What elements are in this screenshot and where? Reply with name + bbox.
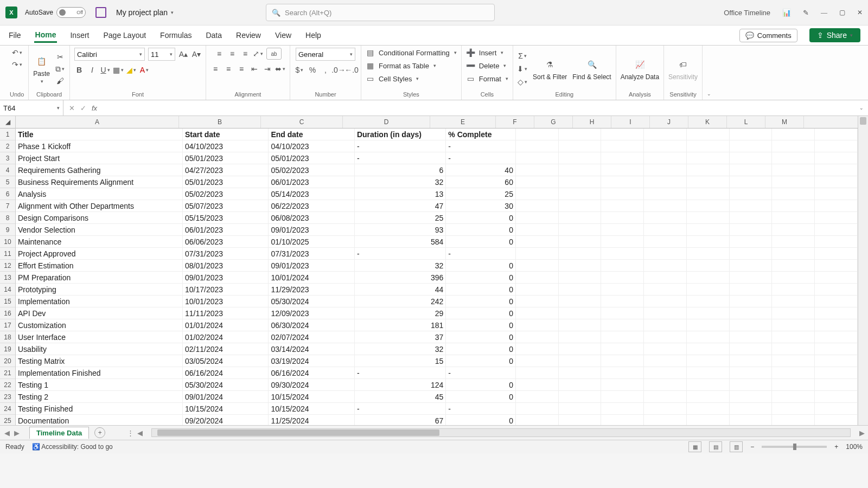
- cell[interactable]: 07/31/2023: [183, 248, 269, 259]
- cell[interactable]: -: [446, 152, 516, 164]
- cell[interactable]: 01/01/2024: [183, 319, 269, 331]
- cell[interactable]: [601, 236, 644, 247]
- cell[interactable]: [601, 212, 644, 223]
- cell[interactable]: 584: [355, 236, 446, 247]
- table-row[interactable]: Design Comparisons05/15/202306/08/202325…: [16, 212, 858, 224]
- cell[interactable]: [559, 260, 602, 271]
- cell[interactable]: Vendor Selection: [16, 224, 183, 235]
- cell[interactable]: 03/14/2024: [269, 343, 354, 355]
- cell[interactable]: [559, 129, 602, 140]
- table-row[interactable]: Business Requirements Alignment05/01/202…: [16, 176, 858, 188]
- tab-home[interactable]: Home: [34, 28, 58, 43]
- cell[interactable]: [601, 319, 644, 331]
- cell[interactable]: [815, 367, 858, 378]
- cell[interactable]: [644, 284, 687, 295]
- cell[interactable]: 29: [355, 307, 446, 319]
- cell[interactable]: [772, 379, 815, 390]
- cell[interactable]: [815, 200, 858, 211]
- cell[interactable]: 01/10/2025: [269, 236, 354, 247]
- currency-icon[interactable]: $▾: [295, 65, 304, 75]
- fx-icon[interactable]: fx: [92, 104, 97, 112]
- cell[interactable]: [516, 224, 559, 235]
- cell[interactable]: API Dev: [16, 307, 183, 319]
- cell[interactable]: 10/01/2023: [183, 296, 269, 307]
- cell[interactable]: [601, 355, 644, 367]
- cell[interactable]: -: [355, 367, 446, 378]
- cell[interactable]: 06/22/2023: [269, 200, 354, 211]
- table-row[interactable]: Implementation10/01/202305/30/20242420: [16, 296, 858, 307]
- col-header-G[interactable]: G: [534, 116, 573, 128]
- cell[interactable]: 0: [446, 379, 516, 390]
- cell[interactable]: Alignment with Other Departments: [16, 200, 183, 211]
- cell[interactable]: -: [446, 403, 516, 414]
- cell[interactable]: [815, 224, 858, 235]
- cell[interactable]: 0: [446, 319, 516, 331]
- cell[interactable]: 181: [355, 319, 446, 331]
- zoom-out-button[interactable]: −: [750, 443, 754, 451]
- cell[interactable]: [687, 129, 730, 140]
- decrease-font-icon[interactable]: A▾: [192, 49, 201, 59]
- cell[interactable]: [772, 391, 815, 402]
- cell[interactable]: [559, 140, 602, 152]
- cell[interactable]: Requirements Gathering: [16, 164, 183, 176]
- cell[interactable]: [730, 188, 773, 200]
- row-header[interactable]: 6: [0, 188, 15, 200]
- sensitivity-button[interactable]: 🏷 Sensitivity: [668, 57, 698, 81]
- cell[interactable]: 242: [355, 296, 446, 307]
- table-row[interactable]: Testing 209/01/202410/15/2024450: [16, 391, 858, 403]
- name-box[interactable]: T64▾: [0, 100, 63, 115]
- cell[interactable]: [730, 176, 773, 188]
- cell[interactable]: [644, 331, 687, 343]
- cell[interactable]: [815, 260, 858, 271]
- row-header[interactable]: 5: [0, 176, 15, 188]
- table-row[interactable]: Alignment with Other Departments05/07/20…: [16, 200, 858, 212]
- cell[interactable]: [516, 212, 559, 223]
- cell[interactable]: 0: [446, 296, 516, 307]
- cell[interactable]: 09/30/2024: [269, 379, 354, 390]
- minimize-button[interactable]: —: [821, 9, 827, 17]
- cell[interactable]: [559, 176, 602, 188]
- cell[interactable]: 44: [355, 284, 446, 295]
- table-row[interactable]: Phase 1 Kickoff04/10/202304/10/2023--: [16, 140, 858, 152]
- cell[interactable]: 08/01/2023: [183, 260, 269, 271]
- cell[interactable]: [730, 355, 773, 367]
- fill-icon[interactable]: ⬇▾: [518, 64, 527, 74]
- row-header[interactable]: 8: [0, 212, 15, 224]
- align-center-icon[interactable]: ≡: [224, 64, 233, 74]
- cell[interactable]: 47: [355, 200, 446, 211]
- cell[interactable]: [815, 319, 858, 331]
- table-row[interactable]: Documentation09/20/202411/25/2024670: [16, 415, 858, 425]
- cell[interactable]: [601, 200, 644, 211]
- percent-icon[interactable]: %: [308, 65, 317, 75]
- copy-icon[interactable]: ⧉▾: [55, 64, 65, 74]
- table-row[interactable]: Maintenance06/06/202301/10/20255840: [16, 236, 858, 248]
- cell[interactable]: 06/01/2023: [269, 176, 354, 188]
- cell[interactable]: [644, 176, 687, 188]
- cell[interactable]: [815, 391, 858, 402]
- cell[interactable]: 11/25/2024: [269, 415, 354, 425]
- increase-decimal-icon[interactable]: .0→: [334, 65, 343, 75]
- cell[interactable]: [559, 415, 602, 425]
- cell[interactable]: [644, 236, 687, 247]
- cell[interactable]: [601, 188, 644, 200]
- cell[interactable]: 10/17/2023: [183, 284, 269, 295]
- cell[interactable]: [644, 307, 687, 319]
- cell[interactable]: Testing Matrix: [16, 355, 183, 367]
- cell[interactable]: [516, 403, 559, 414]
- cell[interactable]: [687, 212, 730, 223]
- cell[interactable]: [559, 367, 602, 378]
- cell[interactable]: [772, 319, 815, 331]
- undo-icon[interactable]: ↶▾: [12, 48, 22, 57]
- row-header[interactable]: 23: [0, 391, 15, 403]
- cell[interactable]: 11/11/2023: [183, 307, 269, 319]
- cell[interactable]: [687, 331, 730, 343]
- number-format-select[interactable]: General▾: [296, 48, 355, 61]
- data-area[interactable]: TitleStart dateEnd dateDuration (in days…: [16, 129, 858, 425]
- cell[interactable]: -: [446, 248, 516, 259]
- cell[interactable]: [559, 319, 602, 331]
- cell[interactable]: [601, 164, 644, 176]
- cell[interactable]: [559, 212, 602, 223]
- zoom-in-button[interactable]: +: [834, 443, 838, 451]
- cell[interactable]: [644, 248, 687, 259]
- cell[interactable]: [772, 236, 815, 247]
